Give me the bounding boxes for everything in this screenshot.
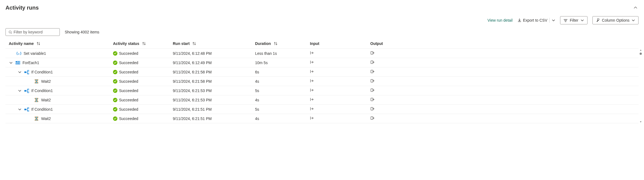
- column-header-output[interactable]: Output: [370, 41, 639, 46]
- column-header-input[interactable]: Input: [310, 41, 370, 46]
- scroll-down-icon: [639, 121, 642, 123]
- duration: Less than 1s: [255, 51, 277, 56]
- status-text: Succeeded: [119, 88, 138, 93]
- input-icon[interactable]: [310, 116, 314, 121]
- activity-name: If Condition1: [31, 70, 53, 74]
- table-row[interactable]: Set variable1Succeeded9/11/2024, 6:12:48…: [5, 49, 639, 58]
- output-icon[interactable]: [370, 69, 375, 75]
- duration: 4s: [255, 79, 259, 84]
- activity-name: Wait2: [41, 79, 51, 84]
- column-header-duration[interactable]: Duration: [255, 41, 310, 46]
- sort-icon: [36, 42, 40, 45]
- run-start: 9/11/2024, 6:21:53 PM: [173, 88, 212, 93]
- duration: 6s: [255, 70, 259, 74]
- expander-toggle[interactable]: [18, 70, 22, 74]
- column-header-status[interactable]: Activity status: [113, 41, 173, 46]
- expander-toggle[interactable]: [18, 88, 22, 93]
- activity-name: If Condition1: [31, 107, 53, 112]
- wait-icon: [34, 116, 39, 121]
- input-icon[interactable]: [310, 97, 314, 102]
- sort-icon: [142, 42, 146, 45]
- table-row[interactable]: If Condition1Succeeded9/11/2024, 6:21:53…: [5, 86, 639, 95]
- table-row[interactable]: If Condition1Succeeded9/11/2024, 6:21:51…: [5, 105, 639, 114]
- input-icon[interactable]: [310, 69, 314, 75]
- input-icon[interactable]: [310, 107, 314, 112]
- status-text: Succeeded: [119, 79, 138, 84]
- table-header: Activity name Activity status Run start …: [5, 39, 639, 48]
- filter-input[interactable]: [14, 30, 57, 34]
- scrollbar[interactable]: [639, 49, 642, 123]
- export-csv-button[interactable]: Export to CSV: [518, 18, 547, 22]
- table-row[interactable]: Wait2Succeeded9/11/2024, 6:21:58 PM4s: [5, 77, 639, 86]
- wait-icon: [34, 79, 39, 84]
- input-icon[interactable]: [310, 79, 314, 84]
- wait-icon: [34, 98, 39, 102]
- search-icon: [9, 30, 12, 34]
- duration: 5s: [255, 88, 259, 93]
- output-icon[interactable]: [370, 51, 375, 56]
- activity-name: ForEach1: [22, 61, 39, 65]
- chevron-down-icon: [632, 19, 635, 22]
- page-title: Activity runs: [5, 5, 39, 11]
- filter-button[interactable]: Filter: [560, 16, 587, 24]
- output-icon[interactable]: [370, 107, 375, 112]
- export-csv-dropdown[interactable]: [552, 19, 555, 22]
- success-icon: [113, 70, 117, 74]
- table-row[interactable]: Wait2Succeeded9/11/2024, 6:21:53 PM4s: [5, 95, 639, 105]
- success-icon: [113, 51, 117, 56]
- column-options-button[interactable]: Column Options: [592, 16, 639, 24]
- sort-icon: [274, 42, 278, 45]
- output-icon[interactable]: [370, 116, 375, 121]
- success-icon: [113, 79, 117, 84]
- duration: 5s: [255, 107, 259, 112]
- success-icon: [113, 116, 117, 121]
- input-icon[interactable]: [310, 60, 314, 65]
- ifcond-icon: [24, 88, 29, 93]
- output-icon[interactable]: [370, 79, 375, 84]
- status-text: Succeeded: [119, 116, 138, 121]
- duration: 4s: [255, 116, 259, 121]
- table-row[interactable]: ForEach1Succeeded9/11/2024, 6:12:49 PM10…: [5, 58, 639, 67]
- output-icon[interactable]: [370, 60, 375, 65]
- expander-toggle[interactable]: [18, 107, 22, 112]
- variable-icon: [16, 51, 21, 56]
- success-icon: [113, 107, 117, 112]
- activity-runs-table: Activity name Activity status Run start …: [5, 39, 639, 123]
- filter-label: Filter: [570, 18, 578, 22]
- duration: 4s: [255, 98, 259, 102]
- view-run-detail-link[interactable]: View run detail: [487, 18, 513, 22]
- filter-search-box[interactable]: [5, 28, 60, 36]
- run-start: 9/11/2024, 6:21:58 PM: [173, 70, 212, 74]
- status-text: Succeeded: [119, 61, 138, 65]
- column-options-label: Column Options: [602, 18, 629, 22]
- chevron-down-icon: [552, 19, 555, 22]
- download-icon: [518, 18, 521, 22]
- duration: 10m 5s: [255, 61, 268, 65]
- table-row[interactable]: If Condition1Succeeded9/11/2024, 6:21:58…: [5, 67, 639, 77]
- success-icon: [113, 98, 117, 102]
- column-header-start[interactable]: Run start: [173, 41, 255, 46]
- status-text: Succeeded: [119, 107, 138, 112]
- collapse-panel-chevron[interactable]: [632, 4, 639, 11]
- wrench-icon: [596, 18, 600, 22]
- column-header-name[interactable]: Activity name: [9, 41, 113, 46]
- separator: [549, 18, 550, 23]
- run-start: 9/11/2024, 6:21:51 PM: [173, 107, 212, 112]
- input-icon[interactable]: [310, 51, 314, 56]
- foreach-icon: [15, 60, 20, 65]
- ifcond-icon: [24, 107, 29, 112]
- activity-name: Wait2: [41, 98, 51, 102]
- run-start: 9/11/2024, 6:12:48 PM: [173, 51, 212, 56]
- output-icon[interactable]: [370, 97, 375, 102]
- input-icon[interactable]: [310, 88, 314, 93]
- run-start: 9/11/2024, 6:21:51 PM: [173, 116, 212, 121]
- table-row[interactable]: Wait2Succeeded9/11/2024, 6:21:51 PM4s: [5, 114, 639, 123]
- expander-toggle[interactable]: [9, 61, 13, 65]
- activity-name: Wait2: [41, 116, 51, 121]
- output-icon[interactable]: [370, 88, 375, 93]
- success-icon: [113, 88, 117, 93]
- status-text: Succeeded: [119, 70, 138, 74]
- export-csv-label: Export to CSV: [523, 18, 547, 22]
- scroll-thumb[interactable]: [640, 53, 642, 55]
- activity-name: Set variable1: [24, 51, 46, 56]
